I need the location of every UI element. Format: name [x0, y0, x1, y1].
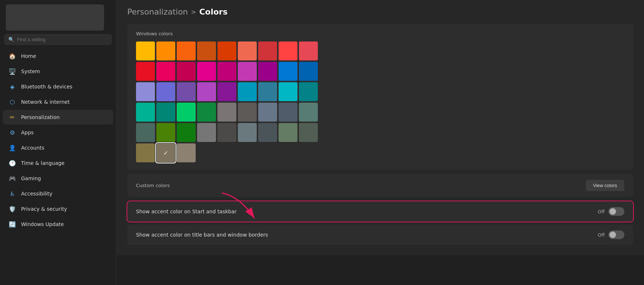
accessibility-icon: ♿ [9, 190, 16, 197]
color-swatch[interactable] [197, 103, 216, 122]
view-colors-button[interactable]: View colors [586, 180, 624, 191]
sidebar-item-system[interactable]: 🖥️System [3, 64, 113, 79]
breadcrumb-parent: Personalization [127, 7, 188, 16]
color-swatch[interactable] [299, 62, 318, 81]
color-swatch[interactable] [279, 123, 297, 142]
time-icon: 🕐 [9, 159, 16, 167]
personalization-icon: ✏️ [9, 114, 16, 121]
color-swatch[interactable] [217, 103, 236, 122]
color-swatch[interactable] [136, 143, 155, 162]
main-content: Personalization > Colors Windows colors … [116, 0, 644, 255]
selected-check-icon: ✓ [163, 150, 168, 157]
title-bars-state: Off [598, 232, 605, 238]
color-swatch[interactable] [299, 123, 318, 142]
start-taskbar-label: Show accent color on Start and taskbar [136, 209, 237, 214]
color-swatch[interactable] [136, 82, 155, 101]
color-swatch[interactable] [258, 103, 277, 122]
color-swatch-empty [238, 143, 257, 162]
accounts-icon: 👤 [9, 144, 16, 151]
color-swatch[interactable] [197, 62, 216, 81]
sidebar-item-label-home: Home [21, 53, 36, 59]
color-swatch[interactable] [238, 103, 257, 122]
sidebar-item-label-accessibility: Accessibility [21, 191, 52, 197]
color-swatch[interactable] [136, 62, 155, 81]
sidebar-item-home[interactable]: 🏠Home [3, 49, 113, 63]
color-swatch[interactable]: ✓ [156, 143, 175, 162]
color-swatch[interactable] [156, 82, 175, 101]
gaming-icon: 🎮 [9, 175, 16, 182]
sidebar-item-accessibility[interactable]: ♿Accessibility [3, 186, 113, 201]
color-swatch[interactable] [136, 41, 155, 60]
sidebar-item-time[interactable]: 🕐Time & language [3, 156, 113, 170]
title-bars-toggle-container: Off [598, 230, 624, 239]
sidebar-item-apps[interactable]: ⚙️Apps [3, 125, 113, 140]
home-icon: 🏠 [9, 52, 16, 60]
title-bars-row: Show accent color on title bars and wind… [127, 225, 633, 245]
search-bar[interactable]: 🔍 [4, 34, 112, 45]
color-swatch[interactable] [258, 123, 277, 142]
color-swatch[interactable] [279, 62, 297, 81]
sidebar-item-windows-update[interactable]: 🔄Windows Update [3, 217, 113, 231]
color-swatch[interactable] [197, 82, 216, 101]
color-swatch[interactable] [177, 41, 196, 60]
color-grid: ✓ [136, 41, 624, 162]
color-swatch[interactable] [258, 62, 277, 81]
color-swatch[interactable] [299, 41, 318, 60]
color-swatch[interactable] [136, 123, 155, 142]
start-taskbar-toggle-container: Off [598, 207, 624, 216]
sidebar-item-network[interactable]: ⬡Network & internet [3, 95, 113, 109]
color-swatch[interactable] [177, 123, 196, 142]
color-swatch[interactable] [238, 41, 257, 60]
color-swatch[interactable] [258, 41, 277, 60]
sidebar-item-accounts[interactable]: 👤Accounts [3, 140, 113, 155]
windows-update-icon: 🔄 [9, 221, 16, 228]
sidebar-item-gaming[interactable]: 🎮Gaming [3, 171, 113, 186]
sidebar-item-label-accounts: Accounts [21, 145, 44, 151]
color-swatch[interactable] [299, 82, 318, 101]
color-swatch-empty [258, 143, 277, 162]
user-avatar [6, 4, 104, 31]
sidebar-item-label-system: System [21, 68, 40, 74]
color-swatch[interactable] [156, 41, 175, 60]
sidebar-item-label-privacy: Privacy & security [21, 206, 67, 212]
color-swatch[interactable] [217, 41, 236, 60]
color-swatch[interactable] [177, 143, 196, 162]
color-swatch[interactable] [197, 123, 216, 142]
sidebar-item-bluetooth[interactable]: ◈Bluetooth & devices [3, 79, 113, 94]
nav-items: 🏠Home🖥️System◈Bluetooth & devices⬡Networ… [0, 48, 116, 285]
network-icon: ⬡ [9, 98, 16, 106]
title-bars-toggle[interactable] [608, 230, 624, 239]
color-swatch[interactable] [238, 123, 257, 142]
sidebar-item-label-personalization: Personalization [21, 114, 60, 120]
color-swatch[interactable] [177, 103, 196, 122]
color-swatch[interactable] [156, 123, 175, 142]
sidebar-item-privacy[interactable]: 🛡️Privacy & security [3, 202, 113, 216]
color-swatch[interactable] [177, 82, 196, 101]
color-swatch[interactable] [299, 103, 318, 122]
sidebar-item-personalization[interactable]: ✏️Personalization [3, 110, 113, 124]
sidebar-item-label-time: Time & language [21, 160, 64, 166]
color-swatch[interactable] [217, 123, 236, 142]
color-swatch[interactable] [279, 103, 297, 122]
search-input[interactable] [17, 37, 108, 42]
start-taskbar-state: Off [598, 209, 605, 214]
color-swatch[interactable] [238, 82, 257, 101]
color-swatch[interactable] [279, 82, 297, 101]
color-swatch[interactable] [217, 82, 236, 101]
color-swatch[interactable] [279, 41, 297, 60]
color-swatch[interactable] [156, 62, 175, 81]
color-swatch[interactable] [177, 62, 196, 81]
search-icon: 🔍 [8, 37, 14, 42]
color-swatch[interactable] [258, 82, 277, 101]
color-swatch[interactable] [197, 41, 216, 60]
toggle-knob [609, 208, 616, 215]
color-swatch-empty [217, 143, 236, 162]
color-swatch[interactable] [238, 62, 257, 81]
start-taskbar-row: Show accent color on Start and taskbar O… [127, 201, 633, 222]
color-swatch[interactable] [136, 103, 155, 122]
color-swatch[interactable] [217, 62, 236, 81]
color-swatch[interactable] [156, 103, 175, 122]
start-taskbar-toggle[interactable] [608, 207, 624, 216]
breadcrumb-current: Colors [199, 7, 228, 16]
main-wrapper: Personalization > Colors Windows colors … [116, 0, 644, 285]
